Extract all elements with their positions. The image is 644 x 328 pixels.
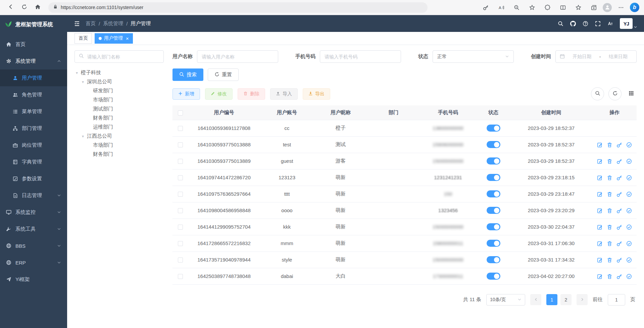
tab-close-icon[interactable]: × (126, 36, 129, 41)
sidebar-item-home[interactable]: 首页 (0, 36, 67, 53)
sidebar-item-dept-mgmt[interactable]: 部门管理 (0, 120, 67, 137)
delete-user-icon[interactable] (607, 191, 612, 197)
tree-node[interactable]: ▾市场部门 (75, 141, 164, 150)
column-settings-button[interactable] (626, 89, 637, 99)
tab-home[interactable]: 首页 (75, 33, 92, 44)
assign-role-icon[interactable] (626, 241, 632, 246)
row-checkbox[interactable] (178, 142, 183, 147)
delete-user-icon[interactable] (607, 158, 612, 164)
tree-node[interactable]: ▾财务部门 (75, 113, 164, 123)
page-button-1[interactable]: 1 (546, 294, 557, 305)
delete-user-icon[interactable] (607, 224, 612, 230)
page-button-2[interactable]: 2 (560, 294, 572, 305)
sidebar-item-role-mgmt[interactable]: 角色管理 (0, 86, 67, 103)
sidebar-item-yi-framework[interactable]: Yi框架 (0, 271, 67, 288)
edit-user-icon[interactable] (597, 224, 603, 230)
import-button[interactable]: 导入 (270, 88, 298, 100)
breadcrumb-item[interactable]: 首页 (86, 20, 96, 27)
reset-password-icon[interactable] (616, 274, 622, 279)
github-icon[interactable] (570, 21, 576, 27)
assign-role-icon[interactable] (626, 224, 632, 230)
modify-button[interactable]: 修改 (205, 88, 233, 100)
status-toggle[interactable] (487, 223, 500, 230)
row-checkbox[interactable] (178, 208, 183, 213)
assign-role-icon[interactable] (626, 175, 632, 181)
next-page-button[interactable] (577, 294, 588, 305)
row-checkbox[interactable] (178, 159, 183, 164)
sidebar-item-param-settings[interactable]: 参数设置 (0, 170, 67, 187)
tree-node[interactable]: ▾财务部门 (75, 150, 164, 159)
sidebar-item-post-mgmt[interactable]: 岗位管理 (0, 137, 67, 153)
assign-role-icon[interactable] (626, 158, 632, 164)
user-avatar[interactable]: YJ (620, 18, 637, 29)
date-range-picker[interactable]: 开始日期 - 结束日期 (555, 50, 637, 63)
delete-user-icon[interactable] (607, 208, 612, 214)
sidebar-item-tools[interactable]: 系统工具 (0, 221, 67, 237)
fullscreen-icon[interactable] (595, 21, 601, 27)
edit-user-icon[interactable] (597, 208, 603, 214)
delete-user-icon[interactable] (607, 257, 612, 263)
delete-user-icon[interactable] (607, 175, 612, 181)
browser-settings-dots-icon[interactable] (614, 2, 627, 13)
reset-password-icon[interactable] (616, 191, 622, 197)
status-toggle[interactable] (487, 240, 500, 247)
sidebar-item-monitor[interactable]: 系统监控 (0, 204, 67, 221)
sidebar-item-log-mgmt[interactable]: 日志管理 (0, 187, 67, 204)
sidebar-item-menu-mgmt[interactable]: 菜单管理 (0, 103, 67, 120)
delete-button[interactable]: 删除 (238, 88, 265, 100)
header-search-icon[interactable] (558, 21, 563, 27)
tree-node[interactable]: ▾江西总公司 (75, 132, 164, 141)
status-toggle[interactable] (487, 174, 500, 181)
phone-input[interactable] (320, 50, 401, 63)
select-all-checkbox[interactable] (178, 110, 183, 115)
edit-user-icon[interactable] (597, 241, 603, 246)
tab-user-mgmt[interactable]: 用户管理× (95, 33, 133, 44)
browser-home-button[interactable] (32, 2, 44, 13)
sidebar-item-user-mgmt[interactable]: 用户管理 (0, 69, 67, 86)
reset-password-icon[interactable] (616, 241, 622, 246)
sidebar-toggle-icon[interactable] (74, 20, 80, 27)
help-question-icon[interactable] (583, 21, 588, 27)
sidebar-item-bbs[interactable]: BBS (0, 237, 67, 254)
row-checkbox[interactable] (178, 175, 183, 180)
status-toggle[interactable] (487, 273, 500, 280)
assign-role-icon[interactable] (626, 142, 632, 148)
row-checkbox[interactable] (178, 225, 183, 230)
delete-user-icon[interactable] (607, 142, 612, 148)
favorites-icon[interactable] (572, 2, 585, 13)
tree-node[interactable]: ▾市场部门 (75, 95, 164, 104)
tree-node[interactable]: ▾深圳总公司 (75, 77, 164, 86)
status-toggle[interactable] (487, 157, 500, 165)
assign-role-icon[interactable] (626, 257, 632, 263)
status-toggle[interactable] (487, 256, 500, 263)
browser-refresh-button[interactable] (18, 2, 30, 13)
zoom-out-icon[interactable] (510, 2, 523, 13)
app-logo[interactable]: 意框架管理系统 (0, 15, 67, 34)
status-toggle[interactable] (487, 141, 500, 148)
browser-back-button[interactable] (5, 2, 17, 13)
split-screen-icon[interactable] (556, 2, 569, 13)
toggle-search-button[interactable] (591, 87, 604, 100)
assign-role-icon[interactable] (626, 208, 632, 214)
tree-node[interactable]: ▾运维部门 (75, 123, 164, 132)
reset-password-icon[interactable] (616, 175, 622, 181)
assign-role-icon[interactable] (626, 191, 632, 197)
goto-page-input[interactable] (608, 294, 625, 306)
prev-page-button[interactable] (530, 294, 541, 305)
row-checkbox[interactable] (178, 192, 183, 197)
username-input[interactable] (197, 50, 278, 63)
status-toggle[interactable] (487, 190, 500, 197)
page-size-select[interactable]: 10条/页 (486, 294, 525, 306)
edit-user-icon[interactable] (597, 158, 603, 164)
read-aloud-icon[interactable]: A (495, 2, 507, 13)
tree-node[interactable]: ▾研发部门 (75, 86, 164, 95)
reset-password-icon[interactable] (616, 257, 622, 263)
browser-profile-avatar[interactable] (603, 3, 612, 12)
search-button[interactable]: 搜索 (172, 68, 203, 81)
reset-password-icon[interactable] (616, 208, 622, 214)
password-key-icon[interactable] (479, 2, 492, 13)
sidebar-item-system[interactable]: 系统管理 (0, 53, 67, 69)
font-size-icon[interactable] (607, 21, 613, 27)
assign-role-icon[interactable] (626, 274, 632, 279)
bing-copilot-icon[interactable]: b (630, 3, 639, 12)
